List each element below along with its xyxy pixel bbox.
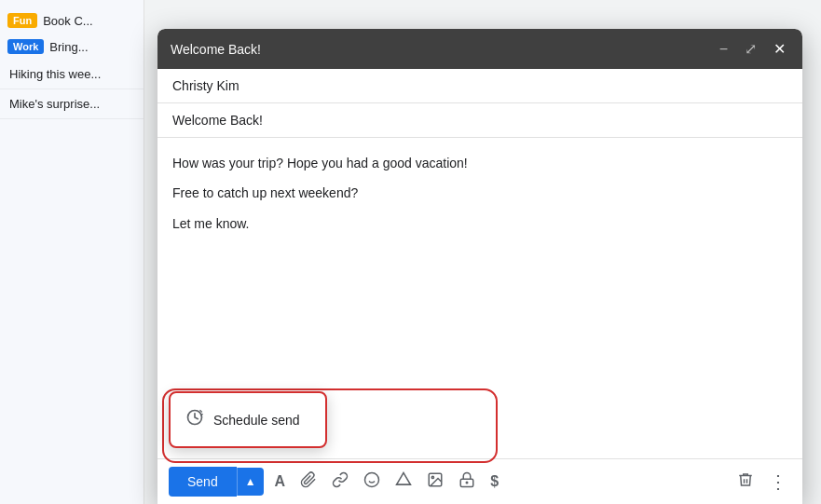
expand-icon[interactable]: ⤢: [741, 38, 760, 60]
dollar-icon[interactable]: $: [486, 470, 502, 494]
schedule-popup: Schedule send: [169, 391, 327, 448]
compose-header: Welcome Back! − ⤢ ✕: [157, 29, 802, 69]
sidebar-panel: Fun Book C... Work Bring... Hiking this …: [0, 0, 144, 504]
link-icon[interactable]: [328, 468, 352, 497]
lock-clock-icon[interactable]: [455, 468, 479, 497]
drive-icon[interactable]: [391, 468, 416, 497]
send-button-group[interactable]: Send ▲: [169, 467, 264, 497]
minimize-icon[interactable]: −: [716, 39, 732, 60]
email-item-hiking[interactable]: Hiking this wee...: [0, 60, 144, 89]
svg-point-1: [365, 472, 379, 486]
compose-body: Christy Kim Welcome Back! How was your t…: [157, 69, 802, 504]
compose-subject[interactable]: Welcome Back!: [157, 103, 802, 138]
tag-work-label: Bring...: [49, 40, 88, 54]
compose-window: Welcome Back! − ⤢ ✕ Christy Kim Welcome …: [157, 29, 802, 504]
tag-fun[interactable]: Fun: [7, 13, 37, 28]
compose-header-icons: − ⤢ ✕: [716, 38, 789, 60]
body-line-2: Free to catch up next weekend?: [172, 183, 787, 203]
tag-fun-label: Book C...: [43, 14, 92, 28]
svg-point-8: [466, 482, 468, 484]
email-item-mike[interactable]: Mike's surprise...: [0, 89, 144, 119]
body-line-1: How was your trip? Hope you had a good v…: [172, 153, 787, 173]
schedule-send-item[interactable]: Schedule send: [171, 397, 325, 443]
compose-toolbar: Schedule send Send ▲ A: [157, 458, 802, 504]
delete-icon[interactable]: [733, 468, 758, 497]
close-icon[interactable]: ✕: [770, 38, 789, 60]
compose-to[interactable]: Christy Kim: [157, 69, 802, 103]
tag-work[interactable]: Work: [7, 39, 44, 54]
schedule-send-label: Schedule send: [213, 413, 300, 428]
attach-icon[interactable]: [296, 468, 321, 497]
send-button[interactable]: Send: [169, 467, 237, 497]
tag-row-fun: Fun Book C...: [0, 7, 144, 34]
more-icon[interactable]: ⋮: [765, 467, 791, 497]
tag-row-work: Work Bring...: [0, 34, 144, 60]
send-arrow-button[interactable]: ▲: [237, 468, 264, 496]
compose-title: Welcome Back!: [171, 42, 261, 57]
photo-icon[interactable]: [423, 468, 447, 497]
body-line-3: Let me know.: [172, 213, 787, 234]
emoji-icon[interactable]: [360, 468, 384, 497]
format-text-icon[interactable]: A: [271, 470, 290, 494]
schedule-send-icon: [185, 408, 204, 431]
svg-point-6: [431, 476, 433, 478]
